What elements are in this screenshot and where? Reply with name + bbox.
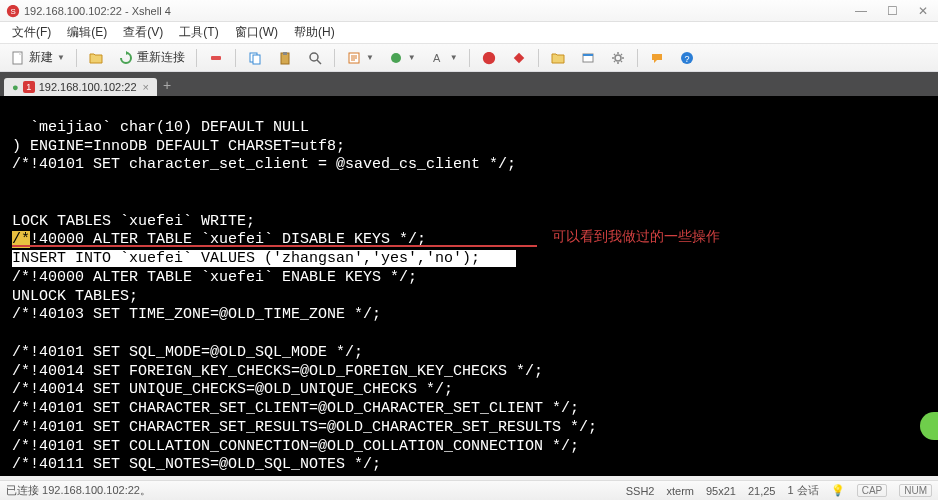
copy-icon xyxy=(247,50,263,66)
tab-close-button[interactable]: × xyxy=(143,81,149,93)
gear-btn[interactable] xyxy=(604,47,632,69)
svg-line-8 xyxy=(317,60,321,64)
paste-button[interactable] xyxy=(271,47,299,69)
folder-icon xyxy=(550,50,566,66)
term-line: LOCK TABLES `xuefei` WRITE; xyxy=(12,213,255,230)
titlebar: S 192.168.100.102:22 - Xshell 4 — ☐ ✕ xyxy=(0,0,938,22)
menu-file[interactable]: 文件(F) xyxy=(4,22,59,43)
separator xyxy=(196,49,197,67)
svg-rect-13 xyxy=(583,54,593,56)
separator xyxy=(334,49,335,67)
statusbar: 已连接 192.168.100.102:22。 SSH2 xterm 95x21… xyxy=(0,480,938,500)
chevron-down-icon: ▼ xyxy=(57,53,65,62)
folder-btn[interactable] xyxy=(544,47,572,69)
annotation-text: 可以看到我做过的一些操作 xyxy=(552,228,720,246)
open-button[interactable] xyxy=(82,47,110,69)
term-line: UNLOCK TABLES; xyxy=(12,288,138,305)
term-line: /*!40014 SET FOREIGN_KEY_CHECKS=@OLD_FOR… xyxy=(12,363,543,380)
bubble-btn[interactable] xyxy=(643,47,671,69)
reconnect-button[interactable]: 重新连接 xyxy=(112,46,191,69)
term-line: /*!40101 SET CHARACTER_SET_RESULTS=@OLD_… xyxy=(12,419,597,436)
close-window-button[interactable]: ✕ xyxy=(914,4,932,18)
separator xyxy=(637,49,638,67)
maximize-button[interactable]: ☐ xyxy=(883,4,902,18)
status-pos: 21,25 xyxy=(748,485,776,497)
tab-number: 1 xyxy=(23,81,35,93)
ssh-btn[interactable] xyxy=(505,47,533,69)
status-term: xterm xyxy=(666,485,694,497)
app-icon: S xyxy=(6,4,20,18)
red-underline-annotation xyxy=(12,245,537,247)
window-title: 192.168.100.102:22 - Xshell 4 xyxy=(24,5,851,17)
term-highlight-pad xyxy=(480,250,516,267)
window-btn[interactable] xyxy=(574,47,602,69)
svg-point-14 xyxy=(615,55,621,61)
script-icon xyxy=(346,50,362,66)
reconnect-icon xyxy=(118,50,134,66)
status-size: 95x21 xyxy=(706,485,736,497)
window-controls: — ☐ ✕ xyxy=(851,4,932,18)
help-icon: ? xyxy=(679,50,695,66)
terminal-output[interactable]: `meijiao` char(10) DEFAULT NULL ) ENGINE… xyxy=(0,96,938,476)
menu-view[interactable]: 查看(V) xyxy=(115,22,171,43)
menubar: 文件(F) 编辑(E) 查看(V) 工具(T) 窗口(W) 帮助(H) xyxy=(0,22,938,44)
minimize-button[interactable]: — xyxy=(851,4,871,18)
new-button[interactable]: 新建 ▼ xyxy=(4,46,71,69)
session-tab[interactable]: ● 1 192.168.100.102:22 × xyxy=(4,78,157,96)
color-icon xyxy=(388,50,404,66)
status-connection: 已连接 192.168.100.102:22。 xyxy=(6,483,151,498)
tab-label: 192.168.100.102:22 xyxy=(39,81,137,93)
tool-btn-3[interactable]: A▼ xyxy=(424,47,464,69)
term-line: /*!40014 SET UNIQUE_CHECKS=@OLD_UNIQUE_C… xyxy=(12,381,453,398)
new-tab-button[interactable]: + xyxy=(157,74,177,96)
disconnect-button[interactable] xyxy=(202,47,230,69)
chat-bubble-icon xyxy=(649,50,665,66)
tab-strip: ● 1 192.168.100.102:22 × + xyxy=(0,72,938,96)
term-line: /*!40101 SET COLLATION_CONNECTION=@OLD_C… xyxy=(12,438,579,455)
separator xyxy=(538,49,539,67)
help-btn[interactable]: ? xyxy=(673,47,701,69)
svg-text:?: ? xyxy=(684,54,689,64)
disconnect-icon xyxy=(208,50,224,66)
menu-tools[interactable]: 工具(T) xyxy=(171,22,226,43)
term-line: /*!40101 SET character_set_client = @sav… xyxy=(12,156,516,173)
window-icon xyxy=(580,50,596,66)
tool-btn-1[interactable]: ▼ xyxy=(340,47,380,69)
svg-text:A: A xyxy=(433,52,441,64)
separator xyxy=(469,49,470,67)
status-num: NUM xyxy=(899,484,932,497)
chevron-down-icon: ▼ xyxy=(450,53,458,62)
menu-window[interactable]: 窗口(W) xyxy=(227,22,286,43)
find-button[interactable] xyxy=(301,47,329,69)
paste-icon xyxy=(277,50,293,66)
svg-point-7 xyxy=(310,53,318,61)
chevron-down-icon: ▼ xyxy=(366,53,374,62)
ssh-icon xyxy=(511,50,527,66)
term-line: /*!40000 ALTER TABLE `xuefei` ENABLE KEY… xyxy=(12,269,417,286)
term-highlight-insert: INSERT INTO `xuefei` VALUES ('zhangsan',… xyxy=(12,250,480,267)
chevron-down-icon: ▼ xyxy=(408,53,416,62)
copy-button[interactable] xyxy=(241,47,269,69)
new-file-icon xyxy=(10,50,26,66)
menu-edit[interactable]: 编辑(E) xyxy=(59,22,115,43)
svg-rect-4 xyxy=(253,55,260,64)
search-icon xyxy=(307,50,323,66)
status-sessions: 1 会话 xyxy=(787,483,818,498)
gear-icon xyxy=(610,50,626,66)
term-line: /*!40101 SET SQL_MODE=@OLD_SQL_MODE */; xyxy=(12,344,363,361)
tool-btn-2[interactable]: ▼ xyxy=(382,47,422,69)
menu-help[interactable]: 帮助(H) xyxy=(286,22,343,43)
lightbulb-icon: 💡 xyxy=(831,484,845,497)
profile-btn[interactable] xyxy=(475,47,503,69)
separator xyxy=(76,49,77,67)
term-line: ) ENGINE=InnoDB DEFAULT CHARSET=utf8; xyxy=(12,138,345,155)
font-icon: A xyxy=(430,50,446,66)
status-cap: CAP xyxy=(857,484,888,497)
status-ssh: SSH2 xyxy=(626,485,655,497)
term-line: /*!40103 SET TIME_ZONE=@OLD_TIME_ZONE */… xyxy=(12,306,381,323)
svg-rect-6 xyxy=(283,52,287,55)
separator xyxy=(235,49,236,67)
bullet-icon: ● xyxy=(12,81,19,93)
folder-open-icon xyxy=(88,50,104,66)
term-line: `meijiao` char(10) DEFAULT NULL xyxy=(12,119,309,136)
